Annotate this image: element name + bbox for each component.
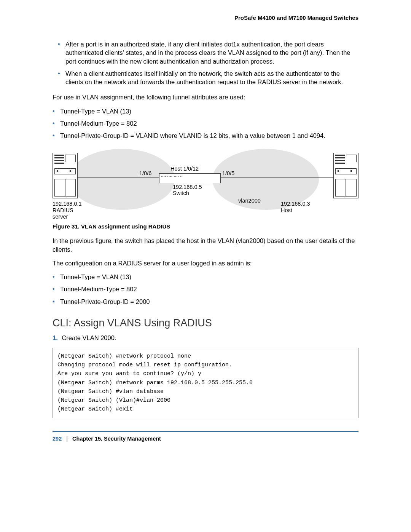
label-host-port: Host 1/0/12 [170, 166, 199, 172]
switch-icon [159, 173, 221, 183]
para-attrs: For use in VLAN assignment, the followin… [53, 93, 358, 101]
section-heading: CLI: Assign VLANS Using RADIUS [53, 317, 358, 329]
link-right [220, 177, 333, 178]
config-item-2: Tunnel-Medium-Type = 802 [53, 285, 358, 293]
label-server: server [53, 214, 68, 220]
page-number: 292 [53, 436, 62, 442]
attr-item-1: Tunnel-Type = VLAN (13) [53, 107, 358, 115]
label-radius-ip: 192.168.0.1 [53, 201, 82, 207]
host-icon [333, 153, 358, 198]
label-switch-ip: 192.168.0.5 [173, 184, 202, 190]
attrs-list: Tunnel-Type = VLAN (13) Tunnel-Medium-Ty… [53, 107, 358, 140]
link-left [78, 177, 159, 178]
attr-item-3: Tunnel-Private-Group-ID = VLANID where V… [53, 131, 358, 140]
label-host: Host [281, 207, 292, 213]
label-radius: RADIUS [53, 207, 73, 213]
label-switch: Switch [173, 190, 189, 196]
attr-item-2: Tunnel-Medium-Type = 802 [53, 119, 358, 128]
step-1: 1. Create VLAN 2000. [53, 334, 358, 342]
intro-bullet-1: After a port is in an authorized state, … [53, 40, 358, 66]
label-port-right: 1/0/5 [222, 170, 234, 176]
footer-sep: | [66, 436, 68, 442]
radius-server-icon [53, 153, 78, 198]
step-number: 1. [53, 334, 58, 341]
header-title: ProSafe M4100 and M7100 Managed Switches [234, 14, 358, 21]
footer-rule [53, 431, 358, 432]
intro-bullets: After a port is in an authorized state, … [53, 40, 358, 86]
label-host-ip: 192.168.0.3 [281, 201, 310, 207]
page-footer: 292 | Chapter 15. Security Management [53, 436, 358, 442]
cli-code-block: (Netgear Switch) #network protocol none … [53, 348, 358, 418]
chapter-name: Chapter 15. Security Management [72, 436, 161, 442]
figure-diagram: 1/0/6 Host 1/0/12 1/0/5 192.168.0.5 Swit… [53, 149, 358, 219]
figure-caption: Figure 31. VLAN assignment using RADIUS [53, 223, 358, 230]
para-after-figure: In the previous figure, the switch has p… [53, 236, 358, 254]
config-item-3: Tunnel-Private-Group-ID = 2000 [53, 297, 358, 306]
config-item-1: Tunnel-Type = VLAN (13) [53, 273, 358, 281]
page-header: ProSafe M4100 and M7100 Managed Switches [53, 14, 358, 21]
label-port-left: 1/0/6 [139, 170, 151, 176]
step-text: Create VLAN 2000. [62, 334, 116, 341]
label-vlan: vlan2000 [238, 198, 261, 204]
para-config: The configueation on a RADIUS server for… [53, 259, 358, 267]
page: ProSafe M4100 and M7100 Managed Switches… [0, 0, 411, 532]
config-list: Tunnel-Type = VLAN (13) Tunnel-Medium-Ty… [53, 273, 358, 306]
intro-bullet-2: When a client authenticates itself initi… [53, 69, 358, 86]
